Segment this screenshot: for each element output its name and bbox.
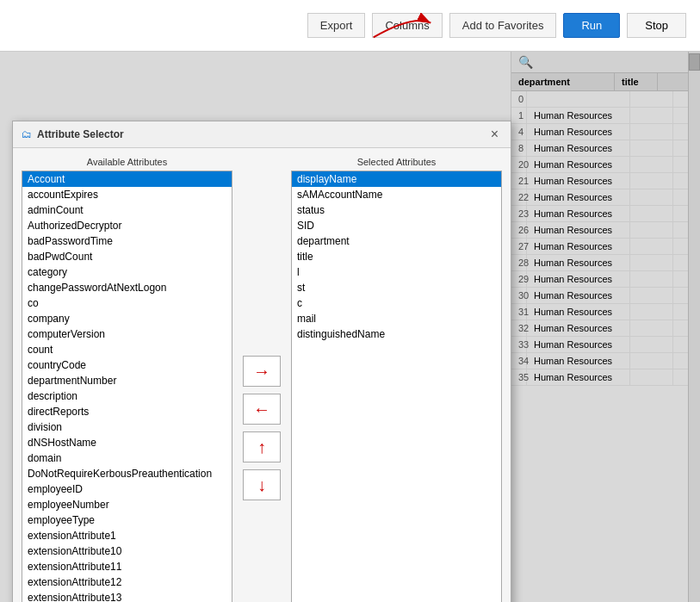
- dialog-title: Attribute Selector: [37, 128, 487, 140]
- available-list-item[interactable]: count: [22, 342, 232, 357]
- selected-list-item[interactable]: title: [292, 249, 501, 264]
- selected-attributes-panel: Selected Attributes displayNamesAMAccoun…: [291, 157, 502, 602]
- available-list-item[interactable]: accountExpires: [22, 187, 232, 202]
- move-down-button[interactable]: ↓: [243, 469, 281, 500]
- available-list-item[interactable]: employeeNumber: [22, 497, 232, 512]
- available-list-item[interactable]: extensionAttribute12: [22, 574, 232, 590]
- available-list-item[interactable]: company: [22, 311, 232, 326]
- stop-button[interactable]: Stop: [627, 13, 686, 38]
- available-list-item[interactable]: division: [22, 419, 232, 435]
- attribute-selector-dialog: 🗂 Attribute Selector × Available Attribu…: [12, 121, 511, 602]
- available-attributes-listbox[interactable]: AccountaccountExpiresadminCountAuthorize…: [22, 171, 232, 602]
- selected-list-item[interactable]: l: [292, 264, 501, 280]
- available-list-item[interactable]: Account: [22, 171, 232, 187]
- available-list-item[interactable]: directReports: [22, 404, 232, 419]
- add-attribute-button[interactable]: →: [243, 356, 281, 387]
- selected-list-item[interactable]: displayName: [292, 171, 501, 187]
- selected-list-item[interactable]: SID: [292, 218, 501, 233]
- move-up-button[interactable]: ↑: [243, 431, 281, 462]
- available-list-item[interactable]: computerVersion: [22, 326, 232, 342]
- available-list-item[interactable]: badPwdCount: [22, 249, 232, 264]
- remove-attribute-button[interactable]: ←: [243, 394, 281, 425]
- selected-list-item[interactable]: department: [292, 233, 501, 249]
- dialog-body: Available Attributes AccountaccountExpir…: [13, 148, 511, 602]
- available-list-item[interactable]: employeeID: [22, 481, 232, 497]
- selected-list-item[interactable]: st: [292, 280, 501, 295]
- available-list-item[interactable]: AuthorizedDecryptor: [22, 218, 232, 233]
- dialog-columns: Available Attributes AccountaccountExpir…: [22, 157, 502, 602]
- available-list-item[interactable]: changePasswordAtNextLogon: [22, 280, 232, 295]
- available-panel-title: Available Attributes: [22, 157, 232, 167]
- available-list-item[interactable]: extensionAttribute11: [22, 559, 232, 574]
- available-list-item[interactable]: badPasswordTime: [22, 233, 232, 249]
- selected-list-item[interactable]: mail: [292, 311, 501, 326]
- available-list-item[interactable]: domain: [22, 450, 232, 466]
- dialog-icon: 🗂: [22, 128, 32, 140]
- available-list-item[interactable]: category: [22, 264, 232, 280]
- available-list-item[interactable]: extensionAttribute10: [22, 543, 232, 559]
- available-list-item[interactable]: DoNotRequireKerbousPreauthentication: [22, 466, 232, 481]
- selected-attributes-listbox[interactable]: displayNamesAMAccountNamestatusSIDdepart…: [291, 171, 502, 602]
- available-attributes-panel: Available Attributes AccountaccountExpir…: [22, 157, 232, 602]
- selected-list-item[interactable]: c: [292, 295, 501, 311]
- available-list-item[interactable]: adminCount: [22, 202, 232, 218]
- app-window: Export Columns Add to Favorites Run Stop…: [0, 0, 700, 602]
- export-button[interactable]: Export: [307, 13, 366, 38]
- main-content: 🔍 department title 0 1 Human Resources 4…: [0, 52, 700, 602]
- available-list-item[interactable]: description: [22, 388, 232, 404]
- available-list-item[interactable]: co: [22, 295, 232, 311]
- available-list-item[interactable]: employeeType: [22, 512, 232, 528]
- add-favorites-button[interactable]: Add to Favorites: [449, 13, 557, 38]
- toolbar: Export Columns Add to Favorites Run Stop: [0, 0, 700, 52]
- transfer-buttons-column: → ← ↑ ↓: [239, 157, 284, 602]
- selected-list-item[interactable]: sAMAccountName: [292, 187, 501, 202]
- run-button[interactable]: Run: [563, 13, 620, 38]
- dialog-close-button[interactable]: ×: [487, 127, 502, 142]
- available-list-item[interactable]: extensionAttribute13: [22, 590, 232, 602]
- selected-panel-title: Selected Attributes: [291, 157, 502, 167]
- selected-list-item[interactable]: distinguishedName: [292, 326, 501, 342]
- available-list-item[interactable]: countryCode: [22, 357, 232, 373]
- arrow-indicator: [368, 9, 437, 46]
- available-list-item[interactable]: extensionAttribute1: [22, 528, 232, 543]
- available-list-item[interactable]: departmentNumber: [22, 373, 232, 388]
- selected-list-item[interactable]: status: [292, 202, 501, 218]
- dialog-title-bar: 🗂 Attribute Selector ×: [13, 121, 511, 148]
- available-list-item[interactable]: dNSHostName: [22, 435, 232, 450]
